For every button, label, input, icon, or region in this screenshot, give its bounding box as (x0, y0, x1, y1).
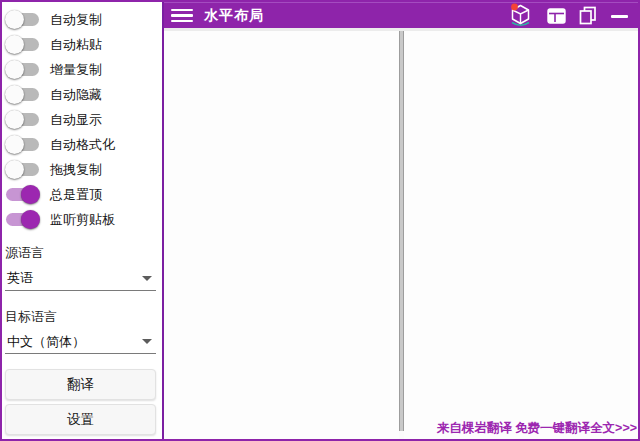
content-split: 来自棵岩翻译 免费一键翻译全文>>> (164, 28, 638, 439)
toggle-incremental-copy[interactable] (6, 63, 39, 76)
toggle-auto-hide[interactable] (6, 88, 39, 101)
chevron-down-icon (142, 339, 152, 344)
app-cube-icon[interactable] (507, 3, 534, 29)
toggle-label: 自动显示 (50, 111, 102, 129)
switch-knob (21, 210, 40, 229)
sidebar-buttons: 翻译 设置 (5, 369, 156, 439)
translate-button[interactable]: 翻译 (5, 369, 156, 400)
toggle-auto-copy[interactable] (6, 13, 39, 26)
target-language-select[interactable]: 中文（简体） (5, 333, 156, 355)
switch-knob (5, 60, 24, 79)
toggle-auto-paste[interactable] (6, 38, 39, 51)
toggle-clipboard-listen[interactable] (6, 213, 39, 226)
toggle-row: 监听剪贴板 (5, 207, 156, 232)
toggle-auto-show[interactable] (6, 113, 39, 126)
switch-knob (21, 185, 40, 204)
toggle-row: 自动格式化 (5, 132, 156, 157)
toggle-row: 总是置顶 (5, 182, 156, 207)
toggle-label: 自动隐藏 (50, 86, 102, 104)
switch-knob (5, 110, 24, 129)
toggle-label: 自动格式化 (50, 136, 115, 154)
page-title: 水平布局 (204, 7, 264, 25)
promo-link[interactable]: 来自棵岩翻译 免费一键翻译全文>>> (437, 420, 637, 437)
switch-knob (5, 160, 24, 179)
toggle-label: 监听剪贴板 (50, 211, 115, 229)
toggle-row: 拖拽复制 (5, 157, 156, 182)
toggle-label: 拖拽复制 (50, 161, 102, 179)
toggle-always-on-top[interactable] (6, 188, 39, 201)
right-text-pane[interactable] (404, 31, 639, 439)
copy-icon[interactable] (579, 6, 597, 25)
target-language-value: 中文（简体） (7, 333, 85, 351)
source-language-value: 英语 (7, 269, 33, 287)
titlebar: 水平布局 (164, 2, 638, 28)
minimize-icon[interactable] (610, 7, 629, 25)
menu-icon[interactable] (171, 9, 193, 23)
target-language-label: 目标语言 (5, 308, 156, 326)
main-area: 水平布局 (164, 2, 638, 439)
toggle-row: 自动粘贴 (5, 32, 156, 57)
toggle-label: 总是置顶 (50, 186, 102, 204)
source-language-label: 源语言 (5, 244, 156, 262)
toggle-row: 自动显示 (5, 107, 156, 132)
toggle-label: 增量复制 (50, 61, 102, 79)
layout-icon[interactable] (547, 8, 566, 24)
toggle-row: 增量复制 (5, 57, 156, 82)
app-window: 自动复制 自动粘贴 增量复制 自动隐藏 自动显示 自动格式化 拖拽复制 总是置顶… (0, 0, 640, 441)
chevron-down-icon (142, 276, 152, 281)
switch-knob (5, 10, 24, 29)
toggle-row: 自动隐藏 (5, 82, 156, 107)
toggle-drag-copy[interactable] (6, 163, 39, 176)
sidebar: 自动复制 自动粘贴 增量复制 自动隐藏 自动显示 自动格式化 拖拽复制 总是置顶… (2, 2, 164, 439)
toggle-label: 自动粘贴 (50, 36, 102, 54)
toggle-auto-format[interactable] (6, 138, 39, 151)
switch-knob (5, 85, 24, 104)
source-language-select[interactable]: 英语 (5, 269, 156, 291)
switch-knob (5, 135, 24, 154)
left-text-pane[interactable] (164, 31, 399, 439)
toggle-list: 自动复制 自动粘贴 增量复制 自动隐藏 自动显示 自动格式化 拖拽复制 总是置顶… (5, 7, 156, 232)
settings-button[interactable]: 设置 (5, 404, 156, 435)
toggle-label: 自动复制 (50, 11, 102, 29)
switch-knob (5, 35, 24, 54)
toggle-row: 自动复制 (5, 7, 156, 32)
